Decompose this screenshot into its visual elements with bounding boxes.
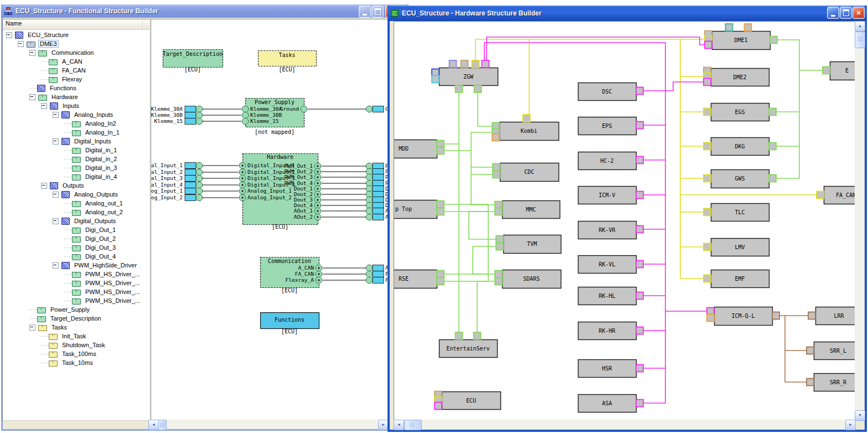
tree-expander-minus[interactable]: [53, 192, 59, 198]
magenta-port[interactable]: [636, 87, 643, 95]
hardware-horizontal-scrollbar[interactable]: [394, 420, 855, 429]
tree-item-task-10ms[interactable]: Task_10ms: [3, 358, 150, 367]
input-stub[interactable]: [185, 169, 196, 176]
yellow-port[interactable]: [704, 109, 711, 116]
output-stub[interactable]: [373, 163, 384, 169]
port-octagon[interactable]: [196, 169, 202, 175]
magenta-port[interactable]: [482, 60, 489, 68]
magenta-port[interactable]: [636, 122, 643, 129]
tree-item-pwm-hs-driver[interactable]: PWM_HS_Driver_...: [3, 279, 150, 287]
orange-port[interactable]: [707, 315, 714, 322]
green-port[interactable]: [495, 202, 502, 209]
hardware-diagram-canvas[interactable]: ZGWKombiMDDp TopRSECDCMMCTVMSDARSEnterta…: [394, 21, 856, 421]
tree-item-analog-outputs[interactable]: Analog_Outputs: [3, 190, 150, 199]
yellow-port[interactable]: [704, 244, 711, 251]
tree-expander-minus[interactable]: [29, 50, 35, 56]
magenta-port[interactable]: [636, 400, 643, 407]
column-divider[interactable]: [142, 20, 143, 28]
green-port[interactable]: [437, 141, 444, 148]
hardware-vertical-scrollbar[interactable]: [855, 21, 864, 420]
green-port[interactable]: [496, 236, 503, 243]
port-octagon[interactable]: [196, 194, 202, 200]
hw-block-e[interactable]: [830, 62, 856, 80]
tree-item-analog-inputs[interactable]: Analog_Inputs: [3, 110, 150, 119]
green-port[interactable]: [496, 243, 503, 250]
yellow-port[interactable]: [472, 60, 479, 68]
output-stub[interactable]: [373, 214, 384, 220]
tree-item-task-100ms[interactable]: Task_100ms: [3, 349, 150, 358]
scroll-thumb[interactable]: [404, 420, 422, 430]
green-port[interactable]: [437, 201, 444, 208]
input-stub[interactable]: [185, 106, 196, 112]
port-octagon[interactable]: [196, 112, 202, 118]
brown-port[interactable]: [807, 347, 814, 354]
brown-port[interactable]: [807, 379, 814, 386]
scroll-left-button[interactable]: [394, 420, 404, 430]
tree-item-digital-outputs[interactable]: Digital_Outputs: [3, 216, 150, 225]
input-stub[interactable]: [185, 195, 196, 201]
magenta-port[interactable]: [636, 292, 643, 300]
port-octagon[interactable]: [366, 277, 372, 283]
tree-item-outputs[interactable]: Outputs: [3, 181, 150, 190]
input-stub[interactable]: [185, 163, 196, 169]
tree-item-init-task[interactable]: Init_Task: [3, 332, 150, 341]
port-octagon[interactable]: [366, 265, 372, 271]
tree-expander-minus[interactable]: [53, 218, 59, 224]
port-octagon[interactable]: [242, 112, 248, 118]
tree-item-shutdown-task[interactable]: Shutdown_Task: [3, 341, 150, 349]
tree-column-header[interactable]: Name: [3, 19, 150, 30]
green-port[interactable]: [769, 109, 776, 116]
port-octagon[interactable]: [196, 188, 202, 194]
maximize-button[interactable]: [371, 6, 384, 18]
magenta-port[interactable]: [704, 79, 711, 86]
green-port[interactable]: [493, 164, 500, 171]
tree-expander-minus[interactable]: [53, 262, 59, 269]
scroll-thumb[interactable]: [158, 420, 167, 430]
magenta-port[interactable]: [636, 261, 643, 268]
cyan-port[interactable]: [432, 76, 439, 83]
functional-diagram-canvas[interactable]: Klemme_30AKlemme_30BKlemme_15Digital_Inp…: [151, 19, 389, 421]
tree-item-pwm-hs-driver[interactable]: PWM_HS_Driver_...: [3, 270, 150, 279]
magenta-port[interactable]: [435, 403, 442, 410]
output-stub[interactable]: [373, 265, 384, 271]
tree-expander-minus[interactable]: [53, 112, 59, 118]
port-octagon[interactable]: [196, 118, 202, 124]
port-octagon[interactable]: [242, 118, 248, 124]
purple-port[interactable]: [450, 60, 457, 68]
input-stub[interactable]: [185, 188, 196, 194]
functional-horizontal-scrollbar[interactable]: [148, 420, 388, 429]
tree-item-digital-in-2[interactable]: Digital_in_2: [3, 154, 150, 163]
input-stub[interactable]: [185, 182, 196, 188]
tree-item-digital-in-1[interactable]: Digital_in_1: [3, 146, 150, 154]
port-octagon[interactable]: [242, 106, 248, 112]
tree-expander-minus[interactable]: [29, 324, 35, 331]
blue-port[interactable]: [432, 69, 439, 76]
tree-item-inputs[interactable]: Inputs: [3, 101, 150, 110]
tree-item-digital-inputs[interactable]: Digital_Inputs: [3, 137, 150, 146]
port-octagon[interactable]: [366, 208, 372, 214]
teal-port[interactable]: [726, 24, 733, 31]
tree-item-digi-out-3[interactable]: Digi_Out_3: [3, 243, 150, 252]
magenta-port[interactable]: [705, 42, 712, 49]
tree-item-flexray[interactable]: Flexray: [3, 75, 150, 84]
yellow-port[interactable]: [817, 192, 824, 199]
hardware-window-titlebar[interactable]: ECU_Structure - Hardware Structure Build…: [388, 6, 867, 21]
tree-expander-minus[interactable]: [6, 32, 12, 38]
orange-port[interactable]: [492, 134, 499, 141]
port-octagon[interactable]: [366, 174, 372, 180]
green-port[interactable]: [456, 85, 463, 92]
port-octagon[interactable]: [196, 106, 202, 112]
output-stub[interactable]: [373, 192, 384, 198]
tree-item-pwm-hs-driver[interactable]: PWM_HS_Driver_...: [3, 296, 150, 305]
tree-item-tasks[interactable]: Tasks: [3, 323, 150, 332]
yellow-port[interactable]: [704, 209, 711, 216]
port-octagon[interactable]: [301, 106, 307, 112]
tree-item-dme3[interactable]: DME3: [3, 39, 150, 48]
brown-port[interactable]: [808, 312, 815, 319]
tree-item-a-can[interactable]: A_CAN: [3, 57, 150, 66]
tree-item-functions[interactable]: Functions: [3, 84, 150, 92]
output-stub[interactable]: [373, 277, 384, 283]
tree-expander-minus[interactable]: [41, 103, 47, 109]
port-octagon[interactable]: [196, 162, 202, 168]
output-stub[interactable]: [373, 197, 384, 203]
